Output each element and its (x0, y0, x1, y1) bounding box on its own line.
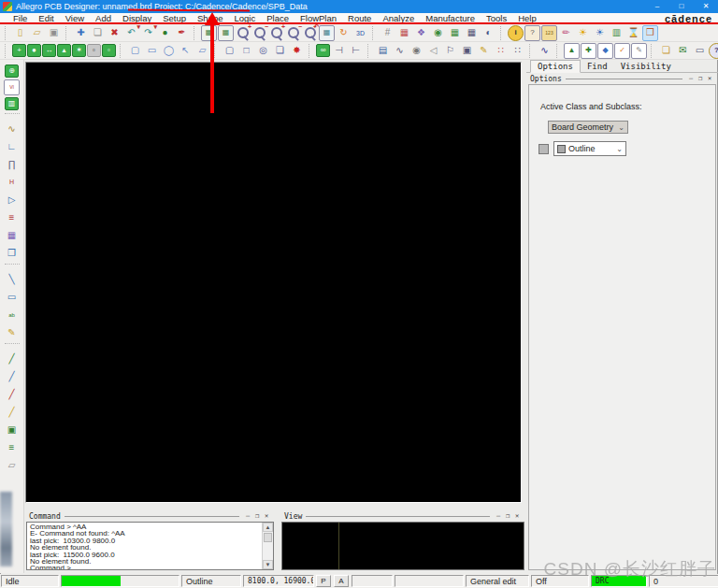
delete-icon[interactable]: ✖ (107, 25, 122, 41)
minimize-button[interactable]: – (645, 0, 669, 13)
color-world-icon[interactable]: ◐ (481, 25, 496, 41)
pane-restore-icon[interactable]: ❐ (696, 75, 705, 82)
slide-icon[interactable]: ╱ (4, 351, 20, 366)
net-audit-icon[interactable]: ◁ (425, 43, 441, 59)
place-update-icon[interactable]: ▴ (57, 44, 71, 57)
tab-visibility[interactable]: Visibility (614, 61, 678, 72)
command-scrollbar[interactable]: ▲ ▼ (262, 523, 273, 569)
cross-section-icon[interactable]: ▤ (375, 43, 391, 59)
bubble-route-icon[interactable]: ∏ (4, 156, 20, 172)
status-flag-icon[interactable]: ⚐ (442, 43, 458, 59)
wait-hourglass-icon[interactable]: ⌛ (625, 25, 641, 41)
elongation-icon[interactable]: ▱ (4, 457, 20, 473)
pane-restore-icon[interactable]: ❐ (252, 512, 262, 520)
grid-toggle-icon[interactable]: # (380, 25, 395, 41)
new-drawing-icon[interactable]: ▯ (12, 25, 28, 41)
report-e-icon[interactable]: ✎ (631, 43, 647, 59)
shadow-mode-icon[interactable]: ◉ (430, 25, 446, 41)
add-rect-icon[interactable]: ▭ (4, 289, 20, 305)
redraw-icon[interactable]: ↻ (336, 25, 352, 41)
shove-icon[interactable]: ● (157, 25, 173, 41)
room-cascade-icon[interactable]: ❏ (272, 43, 288, 59)
room-rounded-icon[interactable]: ▢ (222, 43, 237, 59)
command-console[interactable]: Command > ^AAE- Command not found: ^AAla… (27, 523, 262, 569)
place-manual-icon[interactable]: + (12, 44, 26, 57)
move-icon[interactable]: ✚ (73, 25, 89, 41)
split-plane-icon[interactable]: ✸ (289, 43, 305, 59)
via-array-icon[interactable]: ▦ (4, 227, 20, 243)
file-copy-icon[interactable]: ❏ (658, 43, 674, 59)
pane-restore-icon[interactable]: ❐ (503, 512, 512, 520)
zoom-chip-icon[interactable]: ⊕ (5, 65, 19, 78)
application-mode-button[interactable]: A (334, 575, 349, 587)
film-icon[interactable]: ▣ (459, 43, 475, 59)
highlight-icon[interactable]: ✏ (558, 25, 574, 41)
export-mail-icon[interactable]: ✉ (675, 43, 691, 59)
shape-polygon-icon[interactable]: ▱ (194, 43, 210, 59)
place-quick-icon[interactable]: ● (27, 44, 41, 57)
class-dropdown[interactable]: Board Geometry ⌄ (548, 121, 628, 134)
subclass-color-button[interactable] (538, 144, 549, 154)
subclass-dropdown[interactable]: Outline ⌄ (553, 141, 626, 156)
pane-close-icon[interactable]: ✕ (705, 75, 714, 82)
zoom-points-icon[interactable]: ▦ (218, 25, 234, 41)
add-connect-icon[interactable]: ∿ (4, 121, 20, 136)
visibility-pane-icon[interactable]: VI (4, 79, 20, 95)
zoom-world-icon[interactable]: ▦ (319, 25, 335, 41)
shape-select-icon[interactable]: ↖ (178, 43, 194, 59)
shape-rect-icon[interactable]: ▭ (144, 43, 160, 59)
tab-options[interactable]: Options (530, 60, 581, 73)
vertex-arrow-icon[interactable]: ▷ (4, 192, 20, 208)
place-swap-icon[interactable]: ↔ (42, 44, 56, 57)
save-drawing-icon[interactable]: ▣ (46, 25, 62, 41)
color-dialog-icon[interactable]: ❖ (413, 25, 429, 41)
zoom-out-icon[interactable]: − (251, 25, 267, 41)
report-d-icon[interactable]: ✓ (614, 43, 630, 59)
pane-minimize-icon[interactable]: – (494, 512, 503, 520)
fanout-icon[interactable]: ≡ (4, 209, 20, 225)
scrollbar-track[interactable] (263, 543, 273, 560)
waveform-icon[interactable]: ∿ (392, 43, 408, 59)
undo-icon[interactable]: ↶▾ (123, 25, 139, 41)
copy-icon[interactable]: ❏ (90, 25, 106, 41)
show-element-icon[interactable]: i (508, 25, 524, 41)
zoom-in-point-icon[interactable]: + (268, 25, 284, 41)
scroll-down-icon[interactable]: ▼ (263, 560, 273, 569)
route-corner-icon[interactable]: ∟ (4, 138, 20, 154)
custom-smooth-icon[interactable]: ╱ (4, 386, 20, 402)
scrollbar-thumb[interactable] (264, 533, 272, 542)
pick-button[interactable]: P (316, 575, 331, 587)
pin-grid-a-icon[interactable]: ∷ (493, 43, 509, 59)
zoom-previous-icon[interactable]: ↶ (302, 25, 318, 41)
add-text-icon[interactable]: ab (4, 307, 20, 323)
ratsnest-icon[interactable]: ≡ (4, 439, 20, 455)
room-circle-icon[interactable]: ◎ (255, 43, 271, 59)
pane-close-icon[interactable]: ✕ (512, 512, 522, 520)
zoom-out-point-icon[interactable]: − (285, 25, 301, 41)
pane-close-icon[interactable]: ✕ (262, 512, 271, 520)
create-window-icon[interactable]: ▣ (4, 422, 20, 437)
open-drawing-icon[interactable]: ▱ (29, 25, 45, 41)
assign-color-icon[interactable]: ☀ (592, 25, 608, 41)
spacing-contract-icon[interactable]: ⊢ (348, 43, 364, 59)
show-constraints-icon[interactable]: ▥ (609, 25, 625, 41)
room-rect-icon[interactable]: □ (238, 43, 254, 59)
help-icon[interactable]: ? (709, 43, 718, 59)
zoom-in-icon[interactable]: + (235, 25, 251, 41)
frame-view-icon[interactable]: ▭ (692, 43, 708, 59)
spread-lines-icon[interactable]: ╱ (4, 404, 20, 420)
report-b-icon[interactable]: ✚ (581, 43, 596, 59)
net-h-node-icon[interactable]: H (4, 174, 20, 190)
place-star-icon[interactable]: ✶ (72, 44, 86, 57)
layer-priority-icon[interactable]: ▦ (464, 25, 480, 41)
placement-edit-icon[interactable]: ▥ (5, 97, 19, 110)
pin-grid-b-icon[interactable]: ∷ (510, 43, 525, 59)
shape-rounded-icon[interactable]: ▢ (127, 43, 143, 59)
redo-icon[interactable]: ↷▾ (140, 25, 156, 41)
view-canvas[interactable] (281, 522, 524, 570)
design-canvas[interactable] (25, 62, 522, 503)
redline-icon[interactable]: ✎ (476, 43, 492, 59)
close-button[interactable]: ✕ (694, 0, 718, 13)
shape-circle-icon[interactable]: ◯ (161, 43, 177, 59)
scroll-up-icon[interactable]: ▲ (263, 523, 273, 532)
